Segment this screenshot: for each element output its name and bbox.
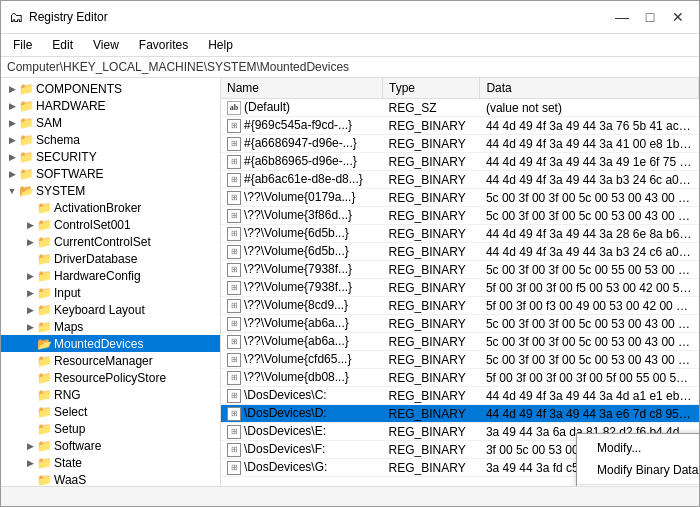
main-content: COMPONENTS HARDWARE SAM Schema SECURITY — [1, 78, 699, 486]
tree-item-hardware[interactable]: HARDWARE — [1, 97, 220, 114]
table-row[interactable]: ⊞\??\Volume{6d5b...} REG_BINARY 44 4d 49… — [221, 243, 699, 261]
tree-item-rng[interactable]: RNG — [1, 386, 220, 403]
reg-bin-icon: ⊞ — [227, 299, 241, 313]
detail-panel: Name Type Data ab(Default) REG_SZ (va — [221, 78, 699, 486]
tree-item-activationbroker[interactable]: ActivationBroker — [1, 199, 220, 216]
reg-bin-icon: ⊞ — [227, 335, 241, 349]
folder-icon-controlset001 — [37, 217, 52, 232]
tree-item-mounteddevices[interactable]: MountedDevices — [1, 335, 220, 352]
tree-arrow-schema — [5, 135, 19, 145]
tree-item-software[interactable]: SOFTWARE — [1, 165, 220, 182]
table-row[interactable]: ⊞#{a6b86965-d96e-...} REG_BINARY 44 4d 4… — [221, 153, 699, 171]
table-row[interactable]: ⊞#{ab6ac61e-d8e-d8...} REG_BINARY 44 4d … — [221, 171, 699, 189]
tree-panel[interactable]: COMPONENTS HARDWARE SAM Schema SECURITY — [1, 78, 221, 486]
reg-bin-icon: ⊞ — [227, 389, 241, 403]
col-data[interactable]: Data — [480, 78, 699, 99]
table-row[interactable]: ab(Default) REG_SZ (value not set) — [221, 99, 699, 117]
reg-bin-icon: ⊞ — [227, 317, 241, 331]
detail-scroll[interactable]: Name Type Data ab(Default) REG_SZ (va — [221, 78, 699, 486]
cell-name: ⊞\??\Volume{ab6a...} — [221, 315, 383, 333]
context-menu-modify-binary[interactable]: Modify Binary Data... — [577, 459, 699, 481]
table-row[interactable]: ⊞\??\Volume{0179a...} REG_BINARY 5c 00 3… — [221, 189, 699, 207]
table-row[interactable]: ⊞\??\Volume{db08...} REG_BINARY 5f 00 3f… — [221, 369, 699, 387]
menu-view[interactable]: View — [85, 36, 127, 54]
reg-bin-icon: ⊞ — [227, 155, 241, 169]
folder-icon-system — [19, 183, 34, 198]
tree-item-maps[interactable]: Maps — [1, 318, 220, 335]
cell-type: REG_BINARY — [383, 459, 480, 477]
tree-item-controlset001[interactable]: ControlSet001 — [1, 216, 220, 233]
tree-item-sam[interactable]: SAM — [1, 114, 220, 131]
tree-label-currentcontrolset: CurrentControlSet — [54, 235, 151, 249]
tree-item-components[interactable]: COMPONENTS — [1, 80, 220, 97]
cell-data: 44 4d 49 4f 3a 49 44 3a b3 24 6c a0 4f 9… — [480, 171, 699, 189]
col-name[interactable]: Name — [221, 78, 383, 99]
context-menu-separator — [577, 484, 699, 485]
tree-label-select: Select — [54, 405, 87, 419]
tree-item-software-sys[interactable]: Software — [1, 437, 220, 454]
cell-data: 44 4d 49 4f 3a 49 44 3a e6 7d c8 95 8d b… — [480, 405, 699, 423]
tree-label-components: COMPONENTS — [36, 82, 122, 96]
menu-favorites[interactable]: Favorites — [131, 36, 196, 54]
tree-item-resourcepolicystore[interactable]: ResourcePolicyStore — [1, 369, 220, 386]
tree-item-driverdatabase[interactable]: DriverDatabase — [1, 250, 220, 267]
table-row[interactable]: ⊞\DosDevices\D: REG_BINARY 44 4d 49 4f 3… — [221, 405, 699, 423]
cell-data: 5f 00 3f 00 3f 00 f5 00 53 00 42 00 53 0… — [480, 279, 699, 297]
tree-item-hardwareconfig[interactable]: HardwareConfig — [1, 267, 220, 284]
close-button[interactable]: ✕ — [665, 7, 691, 27]
cell-name: ⊞\??\Volume{6d5b...} — [221, 243, 383, 261]
cell-data: 44 4d 49 4f 3a 49 44 3a 28 6e 8a b6 a8 6… — [480, 225, 699, 243]
cell-name: ⊞\??\Volume{7938f...} — [221, 261, 383, 279]
tree-item-security[interactable]: SECURITY — [1, 148, 220, 165]
table-row[interactable]: ⊞\??\Volume{8cd9...} REG_BINARY 5f 00 3f… — [221, 297, 699, 315]
menu-file[interactable]: File — [5, 36, 40, 54]
cell-data: 5c 00 3f 00 3f 00 5c 00 53 00 43 00 53 0… — [480, 351, 699, 369]
minimize-button[interactable]: — — [609, 7, 635, 27]
table-row[interactable]: ⊞\??\Volume{ab6a...} REG_BINARY 5c 00 3f… — [221, 333, 699, 351]
cell-type: REG_BINARY — [383, 351, 480, 369]
tree-item-input[interactable]: Input — [1, 284, 220, 301]
table-row[interactable]: ⊞#{969c545a-f9cd-...} REG_BINARY 44 4d 4… — [221, 117, 699, 135]
reg-bin-icon: ⊞ — [227, 425, 241, 439]
title-controls: — □ ✕ — [609, 7, 691, 27]
tree-item-setup[interactable]: Setup — [1, 420, 220, 437]
cell-name: ⊞\DosDevices\E: — [221, 423, 383, 441]
maximize-button[interactable]: □ — [637, 7, 663, 27]
menu-help[interactable]: Help — [200, 36, 241, 54]
tree-item-currentcontrolset[interactable]: CurrentControlSet — [1, 233, 220, 250]
tree-item-resourcemanager[interactable]: ResourceManager — [1, 352, 220, 369]
tree-label-rng: RNG — [54, 388, 81, 402]
tree-item-select[interactable]: Select — [1, 403, 220, 420]
table-row[interactable]: ⊞\??\Volume{cfd65...} REG_BINARY 5c 00 3… — [221, 351, 699, 369]
cell-type: REG_BINARY — [383, 297, 480, 315]
tree-item-keyboardlayout[interactable]: Keyboard Layout — [1, 301, 220, 318]
table-row[interactable]: ⊞#{a6686947-d96e-...} REG_BINARY 44 4d 4… — [221, 135, 699, 153]
tree-label-resourcepolicystore: ResourcePolicyStore — [54, 371, 166, 385]
tree-item-system[interactable]: SYSTEM — [1, 182, 220, 199]
reg-bin-icon: ⊞ — [227, 371, 241, 385]
cell-data: 5c 00 3f 00 3f 00 5c 00 53 00 43 00 53 0… — [480, 189, 699, 207]
folder-icon-setup — [37, 421, 52, 436]
table-row[interactable]: ⊞\??\Volume{6d5b...} REG_BINARY 44 4d 49… — [221, 225, 699, 243]
cell-type: REG_BINARY — [383, 117, 480, 135]
reg-bin-icon: ⊞ — [227, 137, 241, 151]
context-menu-modify[interactable]: Modify... — [577, 437, 699, 459]
table-row[interactable]: ⊞\??\Volume{7938f...} REG_BINARY 5c 00 3… — [221, 261, 699, 279]
folder-icon-driverdatabase — [37, 251, 52, 266]
menu-edit[interactable]: Edit — [44, 36, 81, 54]
col-type[interactable]: Type — [383, 78, 480, 99]
cell-name: ⊞\??\Volume{db08...} — [221, 369, 383, 387]
table-row[interactable]: ⊞\??\Volume{ab6a...} REG_BINARY 5c 00 3f… — [221, 315, 699, 333]
tree-item-state[interactable]: State — [1, 454, 220, 471]
tree-item-schema[interactable]: Schema — [1, 131, 220, 148]
cell-type: REG_BINARY — [383, 261, 480, 279]
tree-label-hardware: HARDWARE — [36, 99, 106, 113]
reg-bin-icon: ⊞ — [227, 407, 241, 421]
cell-name: ⊞\??\Volume{cfd65...} — [221, 351, 383, 369]
tree-item-waas[interactable]: WaaS — [1, 471, 220, 486]
table-row[interactable]: ⊞\DosDevices\C: REG_BINARY 44 4d 49 4f 3… — [221, 387, 699, 405]
table-row[interactable]: ⊞\??\Volume{3f86d...} REG_BINARY 5c 00 3… — [221, 207, 699, 225]
tree-arrow-maps — [23, 322, 37, 332]
cell-data: 5f 00 3f 00 3f 00 3f 00 5f 00 55 00 53 0… — [480, 369, 699, 387]
table-row[interactable]: ⊞\??\Volume{7938f...} REG_BINARY 5f 00 3… — [221, 279, 699, 297]
